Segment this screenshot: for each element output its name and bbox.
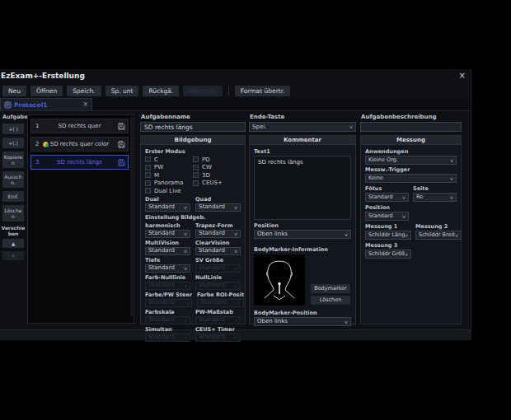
clearvision-dropdown[interactable]: Standard <box>195 247 241 255</box>
simultaneous-dropdown: Standard <box>145 334 190 342</box>
task-label: SD rechts quer <box>31 123 128 129</box>
task-item-1[interactable]: 1 SD rechts quer <box>30 119 129 133</box>
tab-strip: Protocol1 × <box>0 98 471 111</box>
format-transfer-button[interactable]: Format übertr. <box>235 86 291 96</box>
checkbox-ceus[interactable] <box>193 180 199 186</box>
undo-button[interactable]: Rückgä. <box>143 86 179 96</box>
comment-panel: Kommentar Text1 SD rechts längs Position… <box>249 135 356 324</box>
imaging-panel: Bildgebung Erster Modus C PD PW CW M 3D … <box>140 135 246 324</box>
screen: EzExam+-Erstellung × Neu Öffnen Speich. … <box>0 0 511 420</box>
save-disk-icon <box>118 141 125 148</box>
new-button[interactable]: Neu <box>2 86 26 96</box>
list-scrollbar[interactable] <box>130 117 133 316</box>
tab-protocol1[interactable]: Protocol1 × <box>0 98 92 110</box>
color-scale-label: Farbskala <box>145 309 190 315</box>
checkbox-m[interactable] <box>145 172 151 178</box>
imaging-column: Aufgabenname SD rechts längs Bildgebung … <box>140 111 246 324</box>
side-dropdown[interactable]: Re <box>413 193 457 202</box>
end-key-dropdown[interactable]: Spei. <box>249 122 356 132</box>
bodymarker-info-label: BodyMarker-Information <box>254 246 351 253</box>
dual-label: Dual <box>145 196 190 203</box>
measurement2-label: Messung 2 <box>415 223 462 230</box>
chevron-down-icon <box>233 318 238 323</box>
chevron-down-icon <box>183 335 188 340</box>
checkbox-panorama[interactable] <box>145 180 151 186</box>
bodymarker-button[interactable]: Bodymarker <box>311 284 350 293</box>
measurement-column: Aufgabenbeschreibung Messung Anwendungen… <box>360 111 462 324</box>
side-label: Seite <box>413 185 457 192</box>
checkbox-pd[interactable] <box>193 156 199 162</box>
window-title: EzExam+-Erstellung <box>1 72 85 80</box>
multivision-label: MultiVision <box>145 240 190 246</box>
chevron-down-icon <box>449 176 454 181</box>
task-number: 3 <box>35 159 39 166</box>
checkbox-cw[interactable] <box>193 165 199 170</box>
baseline-label: NullLinie <box>195 274 241 281</box>
bodymarker-delete-button[interactable]: Löschen <box>311 296 350 305</box>
imaging-settings-label: Einstellung Bildgeb. <box>145 214 241 221</box>
sv-size-label: SV Größe <box>195 257 241 264</box>
chevron-down-icon <box>233 231 238 236</box>
checkbox-c[interactable] <box>145 156 151 162</box>
add-task-button[interactable]: +( ) <box>2 124 24 134</box>
task-item-3-selected[interactable]: 3 SD rechts längs <box>30 155 129 170</box>
dual-dropdown[interactable]: Standard <box>145 203 190 212</box>
measurement3-dropdown[interactable]: Schilddr Größe <box>365 250 411 259</box>
cut-button[interactable]: Ausschn. <box>2 171 24 188</box>
harmonic-dropdown[interactable]: Standard <box>145 230 190 238</box>
checkbox-3d[interactable] <box>193 172 199 178</box>
checkbox-pw[interactable] <box>145 165 151 170</box>
paste-button[interactable]: Einf. <box>2 191 24 202</box>
toolbar: Neu Öffnen Speich. Sp. unt Rückgä. Wiede… <box>0 84 471 98</box>
chevron-down-icon <box>183 249 188 254</box>
measure-position-label: Position <box>365 204 457 211</box>
task-item-2[interactable]: 2 SD rechts quer color <box>30 137 129 152</box>
measure-trigger-dropdown[interactable]: Keine <box>365 174 457 183</box>
sv-size-dropdown: Standard <box>195 264 241 273</box>
move-up-button[interactable]: ▲ <box>2 239 24 248</box>
measurement1-dropdown[interactable]: Schilddr Länge <box>365 231 411 240</box>
close-icon[interactable]: × <box>459 71 466 81</box>
applications-dropdown[interactable]: Kleine Org. <box>365 156 457 165</box>
ceus-timer-label: CEUS+ Timer <box>195 326 241 333</box>
open-button[interactable]: Öffnen <box>30 86 63 96</box>
chevron-down-icon <box>344 232 349 237</box>
fetus-label: Fötus <box>365 185 409 192</box>
depth-dropdown[interactable]: Standard <box>145 264 190 273</box>
chevron-down-icon <box>233 249 238 254</box>
task-name-input[interactable]: SD rechts längs <box>140 122 246 132</box>
task-sidebar: Aufgabe +( ) +(.) Kopieren Ausschn. Einf… <box>0 111 26 329</box>
comment-position-dropdown[interactable]: Oben links <box>254 230 351 239</box>
ezexam-window: EzExam+-Erstellung × Neu Öffnen Speich. … <box>0 69 471 340</box>
measurement2-dropdown[interactable]: Schilddr Breite <box>415 231 462 240</box>
comment-textarea[interactable]: SD rechts längs <box>254 156 351 220</box>
chevron-down-icon <box>237 301 241 306</box>
color-roi-position-dropdown: Standard <box>197 299 244 307</box>
applications-label: Anwendungen <box>365 148 457 155</box>
color-baseline-dropdown: Standard <box>145 282 190 290</box>
bodymarker-position-dropdown[interactable]: Oben links <box>254 317 351 326</box>
fetus-dropdown[interactable]: Standard <box>365 193 409 202</box>
save-disk-icon <box>118 123 125 130</box>
color-scale-dropdown: Standard <box>145 316 190 324</box>
comment-column: Ende-Taste Spei. Kommentar Text1 SD rech… <box>249 111 356 324</box>
checkbox-dual-live[interactable] <box>145 188 151 194</box>
delete-button[interactable]: Löschen <box>2 205 24 222</box>
save-as-button[interactable]: Sp. unt <box>105 86 139 96</box>
save-button[interactable]: Speich. <box>67 86 101 96</box>
depth-label: Tiefe <box>145 257 190 264</box>
multivision-dropdown[interactable]: Standard <box>145 247 190 255</box>
save-disk-icon <box>118 159 125 166</box>
tab-close-icon[interactable]: × <box>82 101 88 108</box>
chevron-down-icon <box>183 283 188 288</box>
copy-button[interactable]: Kopieren <box>2 152 24 168</box>
tab-label: Protocol1 <box>14 101 80 109</box>
protocol-document-icon <box>4 101 12 109</box>
quad-dropdown[interactable]: Standard <box>195 203 241 212</box>
trapezoid-dropdown[interactable]: Standard <box>195 230 241 238</box>
add-subtask-button[interactable]: +(.) <box>2 138 24 148</box>
measure-position-dropdown[interactable]: Standard <box>365 212 409 221</box>
task-number: 2 <box>35 141 39 147</box>
chevron-down-icon <box>401 195 406 200</box>
task-description-input[interactable] <box>360 122 462 132</box>
